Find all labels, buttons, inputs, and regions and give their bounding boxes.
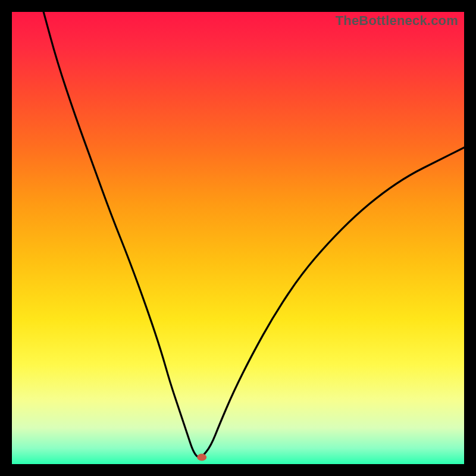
bottleneck-chart — [12, 12, 464, 464]
optimum-marker-icon — [197, 454, 206, 461]
watermark-text: TheBottleneck.com — [336, 13, 458, 29]
gradient-background — [12, 12, 464, 464]
chart-frame: TheBottleneck.com — [12, 12, 464, 464]
